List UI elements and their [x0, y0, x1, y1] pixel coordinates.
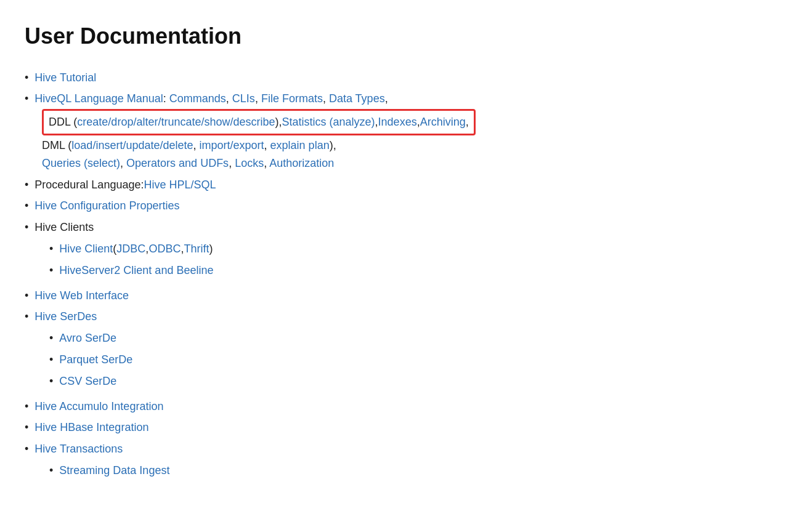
clis-link[interactable]: CLIs: [232, 92, 255, 105]
dml-comma2: ,: [264, 139, 270, 151]
streaming-ingest-link[interactable]: Streaming Data Ingest: [59, 462, 169, 480]
hive-hbase-link[interactable]: Hive HBase Integration: [35, 419, 148, 436]
dml-text: DML (: [42, 139, 71, 151]
hiveql-ddl-block: DDL (create/drop/alter/truncate/show/des…: [25, 108, 787, 137]
list-item-parquet: Parquet SerDe: [49, 351, 787, 369]
queries-link[interactable]: Queries (select): [42, 157, 120, 169]
parquet-serde-link[interactable]: Parquet SerDe: [59, 351, 132, 369]
hive-transactions-link[interactable]: Hive Transactions: [35, 440, 123, 458]
authorization-link[interactable]: Authorization: [269, 157, 334, 169]
comma2: ,: [255, 92, 261, 105]
hiveql-colon: :: [163, 92, 169, 105]
list-item-hive-web: Hive Web Interface: [25, 287, 787, 305]
avro-serde-link[interactable]: Avro SerDe: [59, 329, 116, 347]
ddl-text: DDL (: [49, 113, 77, 131]
ddl-close-paren: ),: [275, 113, 282, 131]
hive-accumulo-link[interactable]: Hive Accumulo Integration: [35, 398, 163, 416]
csv-serde-link[interactable]: CSV SerDe: [59, 372, 116, 390]
ddl-highlight-box: DDL (create/drop/alter/truncate/show/des…: [42, 109, 476, 135]
hiveserver2-link[interactable]: HiveServer2 Client and Beeline: [59, 262, 213, 280]
locks-link[interactable]: Locks: [235, 157, 264, 169]
list-item-hive-serdes: Hive SerDes Avro SerDe Parquet SerDe CSV…: [25, 308, 787, 393]
comma4: ,: [385, 92, 388, 105]
hiveql-link[interactable]: HiveQL Language Manual: [35, 92, 163, 105]
hpl-sql-link[interactable]: Hive HPL/SQL: [144, 176, 216, 194]
list-item-avro: Avro SerDe: [49, 329, 787, 347]
explain-plan-link[interactable]: explain plan: [270, 139, 330, 151]
ddl-operations-link[interactable]: create/drop/alter/truncate/show/describe: [77, 113, 275, 131]
q-comma3: ,: [264, 157, 269, 169]
hive-client-link[interactable]: Hive Client: [59, 240, 113, 258]
list-item-streaming: Streaming Data Ingest: [49, 462, 787, 480]
comma1: ,: [226, 92, 232, 105]
list-item-hiveql: HiveQL Language Manual: Commands, CLIs, …: [25, 90, 787, 172]
hive-clients-text: Hive Clients: [35, 219, 94, 236]
list-item-hive-tutorial: Hive Tutorial: [25, 69, 787, 87]
data-types-link[interactable]: Data Types: [329, 92, 385, 105]
list-item-hive-accumulo: Hive Accumulo Integration: [25, 398, 787, 416]
thrift-link[interactable]: Thrift: [184, 240, 209, 258]
commands-link[interactable]: Commands: [169, 92, 226, 105]
list-item-hive-config: Hive Configuration Properties: [25, 197, 787, 215]
list-item-hive-hbase: Hive HBase Integration: [25, 419, 787, 436]
hive-clients-sublist: Hive Client (JDBC, ODBC, Thrift) HiveSer…: [25, 236, 787, 283]
client-close: ): [209, 240, 213, 258]
hiveql-queries-line: Queries (select), Operators and UDFs, Lo…: [25, 155, 787, 172]
hive-serdes-sublist: Avro SerDe Parquet SerDe CSV SerDe: [25, 326, 787, 393]
archiving-link[interactable]: Archiving: [420, 113, 466, 131]
hive-serdes-link[interactable]: Hive SerDes: [35, 308, 97, 326]
list-item-hiveserver2: HiveServer2 Client and Beeline: [49, 262, 787, 280]
comma3: ,: [323, 92, 329, 105]
hive-config-link[interactable]: Hive Configuration Properties: [35, 197, 179, 215]
main-list: Hive Tutorial HiveQL Language Manual: Co…: [25, 69, 787, 483]
dml-operations-link[interactable]: load/insert/update/delete: [71, 139, 193, 151]
indexes-link[interactable]: Indexes: [378, 113, 417, 131]
hive-transactions-sublist: Streaming Data Ingest: [25, 458, 787, 483]
statistics-link[interactable]: Statistics (analyze): [282, 113, 375, 131]
hive-tutorial-link[interactable]: Hive Tutorial: [35, 69, 96, 87]
jdbc-link[interactable]: JDBC: [116, 240, 145, 258]
import-export-link[interactable]: import/export: [200, 139, 264, 151]
hive-web-link[interactable]: Hive Web Interface: [35, 287, 129, 305]
list-item-hive-clients: Hive Clients Hive Client (JDBC, ODBC, Th…: [25, 219, 787, 283]
dml-close: ),: [330, 139, 336, 151]
operators-link[interactable]: Operators and UDFs: [126, 157, 229, 169]
list-item-hive-transactions: Hive Transactions Streaming Data Ingest: [25, 440, 787, 483]
procedural-text: Procedural Language:: [35, 176, 144, 194]
hiveql-line1: HiveQL Language Manual: Commands, CLIs, …: [35, 90, 388, 108]
comma-archiving: ,: [466, 113, 469, 131]
odbc-link[interactable]: ODBC: [148, 240, 181, 258]
dml-comma1: ,: [193, 139, 200, 151]
list-item-procedural: Procedural Language: Hive HPL/SQL: [25, 176, 787, 194]
q-comma2: ,: [229, 157, 235, 169]
hiveql-dml-line: DML (load/insert/update/delete, import/e…: [25, 137, 787, 155]
list-item-csv: CSV SerDe: [49, 372, 787, 390]
q-comma1: ,: [120, 157, 126, 169]
file-formats-link[interactable]: File Formats: [261, 92, 323, 105]
page-title: User Documentation: [25, 18, 787, 54]
list-item-hive-client: Hive Client (JDBC, ODBC, Thrift): [49, 240, 787, 258]
